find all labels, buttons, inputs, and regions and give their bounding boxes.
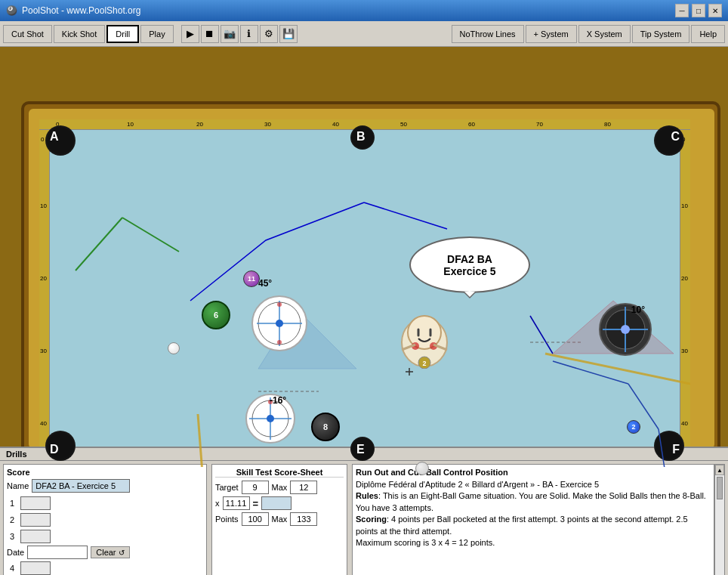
angle-minus16: -16° [270,395,286,406]
date-label: Date [7,548,24,557]
desc-wrapper: Run Out and Cue Ball Control Position Di… [352,464,725,575]
trajectory-overlay [39,119,690,467]
max-label: Max [272,483,288,492]
close-button[interactable]: ✕ [708,4,722,17]
play-icon-button[interactable]: ▶ [181,25,199,43]
svg-line-9 [530,316,553,354]
skill-header: Skill Test Score-Sheet [215,468,344,478]
row-num-2: 2 [7,515,17,524]
score-row-3: 3 [7,529,203,544]
date-input[interactable] [27,546,88,559]
pocket-f [654,431,684,461]
row-num-3: 3 [7,532,17,541]
pool-table-container: 0 10 20 30 40 50 60 70 80 0 10 20 30 40 … [0,47,728,485]
skill-result-input[interactable] [261,496,292,510]
score-row-1: 1 [7,496,203,511]
maximize-button[interactable]: □ [692,4,705,17]
tip-system-button[interactable]: Tip System [632,25,690,43]
desc-line1: Diplôme Fédéral d'Aptitude 2 « Billard d… [356,480,599,489]
info-icon-button[interactable]: ℹ [240,25,258,43]
kick-shot-button[interactable]: Kick Shot [54,25,105,43]
description-panel: Run Out and Cue Ball Control Position Di… [352,464,714,575]
pocket-f-label: F [672,443,680,456]
score-input-3[interactable] [20,530,51,543]
clear-button[interactable]: Clear ↺ [91,546,129,558]
name-input[interactable] [32,479,130,493]
scoring-text: : 4 points per Ball pocketed at the firs… [356,515,688,535]
score-row-4: 4 [7,561,203,575]
desc-scrollbar[interactable]: ▲ ▼ [714,464,725,575]
target-input[interactable] [242,481,269,494]
points-input[interactable] [242,512,269,526]
skill-equals: = [253,498,259,509]
desc-title: Run Out and Cue Ball Control Position [356,468,711,477]
mascot: 2 [394,308,455,369]
x-system-button[interactable]: X System [578,25,631,43]
speech-line2: Exercice 5 [443,265,495,277]
app-title: PoolShot - www.PoolShot.org [22,5,140,16]
score-rows-45: 4 5 [7,561,203,575]
stop-icon-button[interactable]: ⏹ [201,25,219,43]
points-max-label: Max [272,515,288,524]
help-button[interactable]: Help [691,25,725,43]
rules-text: : This is an Eight-Ball Game situation. … [356,491,706,512]
cut-shot-button[interactable]: Cut Shot [3,25,52,43]
minimize-button[interactable]: ─ [675,4,689,17]
name-section: Name [7,479,203,493]
scoring-label: Scoring [356,515,387,524]
desc-body: Diplôme Fédéral d'Aptitude 2 « Billard d… [356,479,711,549]
svg-point-29 [277,302,282,307]
row-num-1: 1 [7,499,17,508]
pocket-a-label: A [50,130,59,144]
play-button[interactable]: Play [140,25,173,43]
target-label: Target [215,483,239,492]
svg-line-3 [553,361,628,384]
camera-icon-button[interactable]: 📷 [221,25,239,43]
clear-icon: ↺ [119,549,125,557]
felt-area[interactable]: 0 10 20 30 40 50 60 70 80 0 10 20 30 40 … [39,119,690,467]
date-section: Date Clear ↺ [7,546,203,559]
score-input-4[interactable] [20,561,51,575]
svg-point-28 [276,320,283,327]
settings-icon-button[interactable]: ⚙ [260,25,278,43]
rules-label: Rules [356,491,378,500]
speech-line1: DFA2 BA [443,253,495,265]
speech-bubble: DFA2 BA Exercice 5 [409,236,530,293]
points-max-input[interactable] [290,512,317,526]
ruler-left: 0 10 20 30 40 [39,130,50,456]
ball-6: 6 [202,301,230,329]
scroll-up-button[interactable]: ▲ [715,465,724,475]
skill-points-row: Points Max [215,512,344,526]
score-rows: 1 2 3 [7,496,203,544]
ball-2: 2 [627,420,640,434]
ball-white2 [415,462,429,475]
skill-x-row: x = [215,496,344,510]
name-label: Name [7,481,29,490]
save-icon-button[interactable]: 💾 [279,25,298,43]
clear-label: Clear [96,548,116,557]
degree-circle-right [597,301,654,360]
score-input-2[interactable] [20,513,51,527]
plus-system-button[interactable]: + System [526,25,577,43]
svg-point-35 [621,325,630,334]
ball-8: 8 [311,413,340,441]
score-input-1[interactable] [20,496,51,510]
score-left-panel: Score Name 1 2 3 [3,464,207,575]
drills-label: Drills [6,450,27,459]
drill-button[interactable]: Drill [106,25,139,43]
skill-x-input[interactable] [223,496,250,510]
titlebar: 🎱 PoolShot - www.PoolShot.org ─ □ ✕ [0,0,728,21]
scroll-thumb[interactable] [717,477,723,499]
ruler-right: 0 10 20 30 40 [680,130,690,456]
skill-target-row: Target Max [215,481,344,494]
svg-line-2 [364,202,447,229]
toolbar: Cut Shot Kick Shot Drill Play ▶ ⏹ 📷 ℹ ⚙ … [0,21,728,47]
svg-line-0 [76,218,122,270]
nothrow-button[interactable]: NoThrow Lines [452,25,524,43]
svg-text:2: 2 [422,360,426,367]
score-row-2: 2 [7,512,203,527]
pocket-c-label: C [671,130,680,144]
max-input[interactable] [290,481,317,494]
titlebar-controls[interactable]: ─ □ ✕ [675,4,722,17]
pocket-d-label: D [50,443,59,456]
